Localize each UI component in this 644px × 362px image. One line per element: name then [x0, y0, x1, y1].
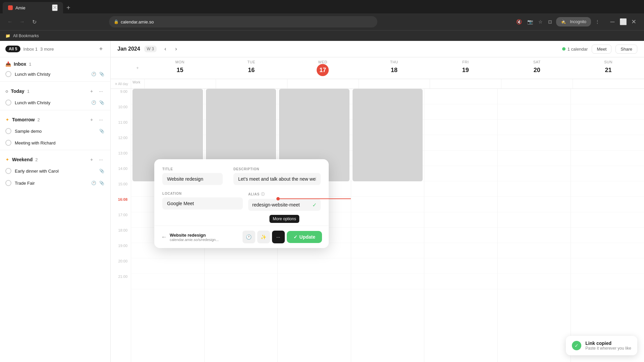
cal-prev-button[interactable]: ‹	[161, 44, 170, 54]
location-input[interactable]	[162, 197, 243, 209]
close-button[interactable]: ✕	[629, 17, 639, 26]
inbox-title: Inbox	[14, 61, 26, 67]
tomorrow-add-button[interactable]: +	[88, 116, 96, 124]
cal-col-sun	[571, 89, 644, 362]
alias-input[interactable]	[252, 199, 311, 211]
day-num-sun: 21	[602, 64, 614, 76]
update-button[interactable]: ✓ Update	[287, 231, 322, 243]
camera-icon[interactable]: 📷	[526, 18, 534, 26]
description-input[interactable]	[233, 173, 321, 185]
day-header-sun: Sun 21	[573, 57, 644, 79]
time-row	[351, 181, 424, 197]
update-check-icon: ✓	[293, 234, 298, 240]
time-row	[131, 258, 204, 274]
time-row	[351, 197, 424, 212]
task-attach-button[interactable]: 📎	[98, 128, 105, 134]
today-title: Today	[11, 88, 24, 94]
task-attach-button[interactable]: 📎	[98, 180, 105, 186]
footer-magic-button[interactable]: ✨	[257, 231, 270, 243]
add-work-icon[interactable]: +	[136, 66, 139, 70]
task-actions: 📎	[98, 168, 105, 174]
time-row	[498, 274, 571, 289]
task-label: Meeting with Richard	[15, 140, 105, 145]
task-checkbox[interactable]	[5, 128, 11, 134]
new-tab-button[interactable]: +	[64, 2, 73, 13]
extensions-icon[interactable]: ⋮	[594, 18, 601, 26]
list-item[interactable]: Lunch with Christy 🕐 📎	[0, 68, 110, 80]
time-row	[571, 181, 644, 197]
calendar-week: W 3	[144, 46, 157, 52]
work-label[interactable]: Work	[131, 79, 144, 85]
time-row	[571, 166, 644, 181]
task-actions: 🕐 📎	[90, 180, 105, 186]
weekend-more-button[interactable]: ···	[97, 156, 105, 164]
list-item[interactable]: Sample demo 📎	[0, 125, 110, 137]
day-num-wed: 17	[317, 64, 329, 76]
calendar-dot	[562, 47, 566, 51]
footer-clock-button[interactable]: 🕐	[243, 231, 255, 243]
time-row	[571, 243, 644, 258]
task-checkbox[interactable]	[5, 71, 11, 77]
task-clock-button[interactable]: 🕐	[90, 99, 97, 106]
task-attach-button[interactable]: 📎	[98, 99, 105, 106]
inbox-section-header: 📥 Inbox 1	[0, 57, 110, 68]
day-name-tue: Tue	[248, 60, 256, 64]
time-row	[351, 228, 424, 243]
event-block-thu[interactable]	[353, 89, 423, 181]
task-checkbox[interactable]	[5, 180, 11, 186]
all-tab[interactable]: All 5	[5, 46, 20, 52]
time-row	[424, 258, 497, 274]
meet-button[interactable]: Meet	[592, 45, 611, 54]
list-item[interactable]: Trade Fair 🕐 📎	[0, 177, 110, 189]
task-attach-button[interactable]: 📎	[98, 168, 105, 174]
tab-close-button[interactable]: ✕	[52, 4, 58, 11]
sidebar: All 5 Inbox 1 3 more + 📥 Inbox 1 Lunch w…	[0, 41, 111, 362]
today-more-button[interactable]: ···	[97, 87, 105, 95]
title-input[interactable]	[162, 173, 223, 185]
task-clock-button[interactable]: 🕐	[90, 71, 97, 77]
share-button[interactable]: Share	[615, 45, 637, 54]
task-label: Lunch with Christy	[15, 72, 87, 77]
star-icon[interactable]: ☆	[537, 18, 544, 26]
time-slot-13: 13:00	[111, 150, 131, 166]
task-checkbox[interactable]	[5, 100, 11, 106]
time-row	[351, 258, 424, 274]
task-checkbox[interactable]	[5, 168, 11, 174]
day-name-thu: Thu	[390, 60, 398, 64]
reload-button[interactable]: ↻	[30, 17, 39, 26]
forward-button[interactable]: →	[17, 17, 27, 26]
sidebar-add-button[interactable]: +	[97, 45, 105, 53]
task-attach-button[interactable]: 📎	[98, 71, 105, 77]
task-clock-button[interactable]: 🕐	[90, 180, 97, 186]
list-item[interactable]: Meeting with Richard	[0, 137, 110, 148]
more-tab[interactable]: 3 more	[40, 47, 54, 52]
window-controls: ─ ⬜ ✕	[608, 17, 639, 26]
calendar-header-right: 1 calendar Meet Share	[562, 45, 637, 54]
list-item[interactable]: Lunch with Christy 🕐 📎	[0, 97, 110, 109]
task-checkbox[interactable]	[5, 140, 11, 146]
footer-more-button[interactable]: ···	[272, 231, 285, 243]
back-button[interactable]: ←	[5, 17, 15, 26]
task-label: Trade Fair	[15, 181, 87, 186]
address-bar[interactable]: 🔒 calendar.amie.so	[109, 16, 377, 27]
day-num-mon: 15	[174, 64, 186, 76]
tab-favicon	[8, 5, 13, 10]
mute-icon[interactable]: 🔇	[515, 18, 523, 26]
cal-next-button[interactable]: ›	[171, 44, 181, 54]
footer-event-info: Website redesign calendar.amie.so/s/rede…	[170, 233, 219, 242]
tomorrow-title: Tomorrow	[12, 117, 35, 122]
weekend-add-button[interactable]: +	[88, 156, 96, 164]
list-item[interactable]: Early dinner with Carol 📎	[0, 165, 110, 177]
tomorrow-more-button[interactable]: ···	[97, 116, 105, 124]
inbox-tab[interactable]: Inbox 1	[23, 47, 38, 52]
footer-back-button[interactable]: ←	[161, 234, 167, 241]
day-name-sat: Sat	[533, 60, 541, 64]
time-row	[424, 120, 497, 135]
today-add-button[interactable]: +	[88, 87, 96, 95]
all-day-cell-tue	[216, 79, 287, 88]
minimize-button[interactable]: ─	[608, 17, 617, 26]
active-tab[interactable]: Amie ✕	[3, 2, 63, 13]
maximize-button[interactable]: ⬜	[619, 17, 628, 26]
sidebar-toggle[interactable]: ⊡	[547, 18, 553, 26]
today-count: 1	[27, 89, 30, 94]
